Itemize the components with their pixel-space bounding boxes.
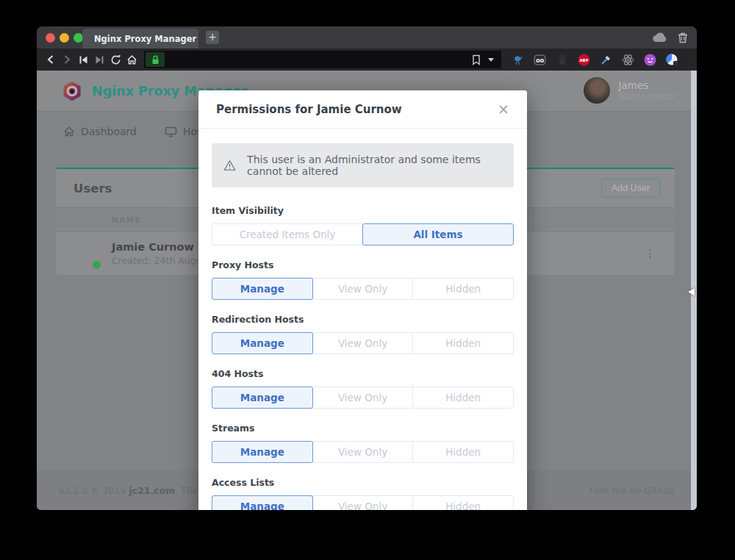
section-label-item-visibility: Item Visibility <box>212 205 514 216</box>
header-user-avatar <box>584 77 610 104</box>
option-hidden[interactable]: Hidden <box>412 495 514 510</box>
admin-warning-alert: This user is an Administrator and some i… <box>212 143 514 187</box>
option-manage[interactable]: Manage <box>212 387 313 409</box>
cloud-icon[interactable] <box>653 32 667 43</box>
secure-lock-icon[interactable] <box>146 52 165 67</box>
browser-window: Nginx Proxy Manager + <box>37 26 697 510</box>
dashboard-home-icon <box>63 126 75 137</box>
option-hidden[interactable]: Hidden <box>412 387 514 409</box>
users-card-title: Users <box>74 182 112 195</box>
purple-face-extension-icon[interactable] <box>644 54 656 66</box>
header-user-name: James <box>619 79 676 92</box>
browser-tab[interactable]: Nginx Proxy Manager <box>82 29 198 49</box>
option-view-only[interactable]: View Only <box>312 441 414 463</box>
app-logo-icon <box>62 81 82 101</box>
option-manage[interactable]: Manage <box>212 495 313 510</box>
404-hosts-group: Manage View Only Hidden <box>212 387 514 409</box>
hosts-monitor-icon <box>165 126 177 137</box>
color-picker-extension-icon[interactable] <box>600 54 612 66</box>
mouse-cursor <box>688 288 695 296</box>
pie-blocker-extension-icon[interactable] <box>666 54 678 66</box>
streams-group: Manage View Only Hidden <box>212 441 514 463</box>
blue-bird-extension-icon[interactable] <box>512 54 524 66</box>
nav-item-label: Dashboard <box>81 126 137 137</box>
reload-icon[interactable] <box>107 49 123 71</box>
page-viewport: Nginx Proxy Manager James Administrator … <box>37 71 697 510</box>
header-user-menu[interactable]: James Administrator <box>584 77 676 104</box>
trash-icon[interactable] <box>678 32 688 43</box>
option-view-only[interactable]: View Only <box>312 278 414 300</box>
bookmark-icon[interactable] <box>472 54 481 65</box>
option-manage[interactable]: Manage <box>212 441 313 463</box>
warning-triangle-icon <box>223 158 236 173</box>
proxy-hosts-group: Manage View Only Hidden <box>212 278 514 300</box>
section-label-proxy-hosts: Proxy Hosts <box>212 259 514 270</box>
online-status-dot <box>93 261 101 269</box>
footer-github-link[interactable]: Fork me on Github <box>589 485 675 496</box>
row-user-avatar <box>71 239 100 268</box>
section-label-streams: Streams <box>212 423 514 434</box>
gnome-foot-extension-icon[interactable] <box>556 54 568 66</box>
option-view-only[interactable]: View Only <box>312 332 414 354</box>
admin-warning-text: This user is an Administrator and some i… <box>247 154 502 177</box>
react-devtools-extension-icon[interactable] <box>622 54 634 66</box>
forward-button-icon[interactable] <box>59 49 75 71</box>
home-icon[interactable] <box>123 49 140 71</box>
option-created-items-only[interactable]: Created Items Only <box>212 223 363 245</box>
section-label-redirection-hosts: Redirection Hosts <box>212 314 514 325</box>
section-label-access-lists: Access Lists <box>212 477 514 488</box>
option-view-only[interactable]: View Only <box>312 495 414 510</box>
option-manage[interactable]: Manage <box>212 278 313 300</box>
header-user-role: Administrator <box>619 91 676 101</box>
option-hidden[interactable]: Hidden <box>412 441 514 463</box>
back-button-icon[interactable] <box>43 49 59 71</box>
option-hidden[interactable]: Hidden <box>412 278 514 300</box>
nav-item-dashboard[interactable]: Dashboard <box>63 126 137 137</box>
modal-title: Permissions for Jamie Curnow <box>216 103 402 116</box>
skip-to-end-icon[interactable] <box>91 49 107 71</box>
url-bar[interactable] <box>144 51 501 68</box>
tab-title: Nginx Proxy Manager <box>94 34 196 44</box>
section-label-404-hosts: 404 Hosts <box>212 368 514 379</box>
svg-text:ABP: ABP <box>579 58 588 62</box>
access-lists-group: Manage View Only Hidden <box>212 495 514 510</box>
option-manage[interactable]: Manage <box>212 332 313 354</box>
browser-titlebar: Nginx Proxy Manager + <box>37 26 697 49</box>
minimize-window-button[interactable] <box>60 33 69 43</box>
option-all-items[interactable]: All Items <box>362 223 514 245</box>
goggles-extension-icon[interactable] <box>534 54 546 66</box>
option-hidden[interactable]: Hidden <box>412 332 514 354</box>
browser-toolbar: ABP <box>37 49 697 71</box>
new-tab-button[interactable]: + <box>206 31 219 44</box>
abp-extension-icon[interactable]: ABP <box>578 54 590 66</box>
footer-jc21-link[interactable]: jc21.com <box>129 485 175 496</box>
option-view-only[interactable]: View Only <box>312 387 414 409</box>
row-actions-menu-icon[interactable]: ⋮ <box>645 247 656 260</box>
column-header-name: NAME <box>112 215 141 225</box>
close-window-button[interactable] <box>46 33 55 43</box>
skip-to-start-icon[interactable] <box>75 49 91 71</box>
add-user-button[interactable]: Add User <box>601 179 660 198</box>
bookmark-dropdown-caret-icon[interactable] <box>488 58 494 62</box>
item-visibility-group: Created Items Only All Items <box>212 223 514 245</box>
redirection-hosts-group: Manage View Only Hidden <box>212 332 514 354</box>
permissions-modal: Permissions for Jamie Curnow × This user… <box>198 90 527 510</box>
modal-close-icon[interactable]: × <box>498 102 509 116</box>
extension-icons-row: ABP <box>512 54 678 66</box>
